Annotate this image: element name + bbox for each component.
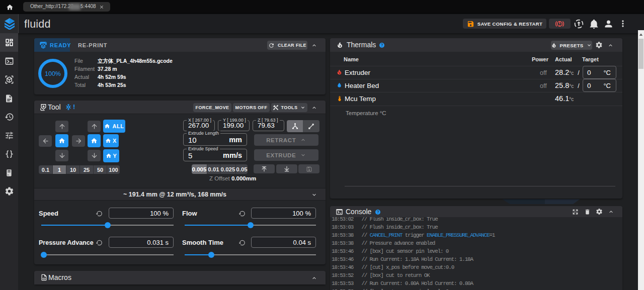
svg-text:100%: 100%	[45, 70, 61, 77]
